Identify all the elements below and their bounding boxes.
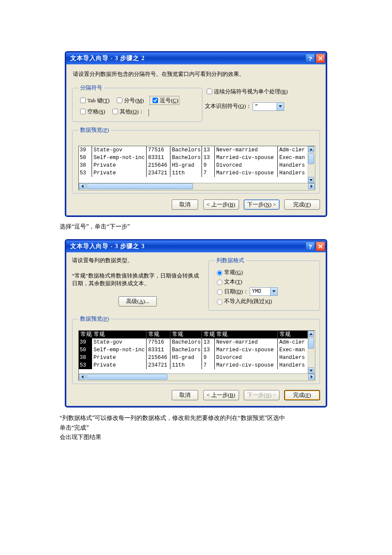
scroll-up-icon[interactable] bbox=[308, 331, 314, 337]
preview-group-step3: 数据预览(P) 常规 常规 常规 bbox=[72, 315, 320, 384]
wizard-step3-dialog: 文本导入向导 - 3 步骤之 3 ? 请设置每列的数据类型。 “常规”数据格式将… bbox=[65, 239, 327, 408]
close-button[interactable] bbox=[316, 242, 325, 251]
instruction-text: 请设置分列数据所包含的分隔符号。在预览窗口内可看到分列的效果。 bbox=[73, 70, 319, 78]
tab-check-input[interactable] bbox=[80, 98, 86, 103]
preview-group-step2: 数据预览(P) 39State-gov 77516Bachelors bbox=[72, 126, 320, 194]
table-header-row: 常规 常规 常规 常规 常规 常规 常规 bbox=[79, 331, 315, 338]
scroll-up-icon[interactable] bbox=[308, 146, 314, 152]
close-button[interactable] bbox=[316, 54, 325, 63]
title-text-step2: 文本导入向导 - 3 步骤之 2 bbox=[70, 55, 305, 62]
preview-table: 39State-gov 77516Bachelors 13Never-marri… bbox=[79, 146, 315, 177]
scroll-thumb-h[interactable] bbox=[86, 183, 193, 189]
column-format-legend: 列数据格式 bbox=[215, 257, 246, 264]
button-row-step3: 取消 < 上一步(B) 下一步(N) > 完成(F) bbox=[72, 390, 320, 400]
comma-checkbox[interactable]: 逗号(C) bbox=[150, 96, 179, 105]
table-row: 39State-gov 77516Bachelors 13Never-marri… bbox=[79, 146, 315, 154]
chevron-down-icon bbox=[279, 105, 282, 107]
other-check-input[interactable] bbox=[112, 109, 118, 114]
space-check-input[interactable] bbox=[80, 109, 86, 114]
left-panel: 请设置每列的数据类型。 “常规”数据格式将数值转换成数字，日期值会转换成日期，其… bbox=[72, 257, 200, 311]
treat-consecutive-checkbox[interactable]: 连续分隔符号视为单个处理(R) bbox=[205, 87, 288, 95]
back-button[interactable]: < 上一步(B) bbox=[203, 390, 239, 400]
table-row: 50Self-emp-not-inc 83311Bachelors 13Marr… bbox=[79, 346, 315, 354]
document-page: 文本导入向导 - 3 步骤之 2 ? 请设置分列数据所包含的分隔符号。在预览窗口… bbox=[0, 0, 392, 555]
delimiter-options: 连续分隔符号视为单个处理(R) 文本识别符号(Q)： " bbox=[205, 84, 320, 126]
text-qualifier-combo[interactable]: " bbox=[253, 102, 284, 111]
other-checkbox[interactable]: 其他(O)： bbox=[111, 107, 144, 116]
instruction-text: 请设置每列的数据类型。 bbox=[72, 257, 200, 264]
button-row-step2: 取消 < 上一步(B) 下一步(N) > 完成(F) bbox=[72, 199, 320, 210]
advanced-button[interactable]: 高级(A)... bbox=[118, 296, 157, 306]
footer-line3: 会出现下图结果 bbox=[60, 433, 332, 442]
column-format-group: 列数据格式 常规(G) 文本(T) 日期(D)： YMD bbox=[208, 257, 320, 311]
finish-button[interactable]: 完成(F) bbox=[284, 390, 320, 400]
next-button-disabled: 下一步(N) > bbox=[244, 390, 280, 400]
semicolon-checkbox[interactable]: 分号(M) bbox=[115, 96, 144, 104]
finish-button[interactable]: 完成(F) bbox=[284, 199, 320, 210]
comma-check-input[interactable] bbox=[153, 98, 158, 103]
next-button[interactable]: 下一步(N) > bbox=[244, 199, 280, 210]
delimiters-group: 分隔符号 Tab 键(T) 分号(M) 逗号(C) bbox=[72, 84, 202, 122]
general-radio[interactable]: 常规(G) bbox=[215, 269, 315, 276]
titlebar-step3: 文本导入向导 - 3 步骤之 3 ? bbox=[66, 240, 326, 252]
data-preview-step3[interactable]: 常规 常规 常规 常规 常规 常规 常规 39State-gov bbox=[78, 330, 315, 374]
table-row: 39State-gov 77516Bachelors 13Never-marri… bbox=[79, 338, 315, 346]
cancel-button[interactable]: 取消 bbox=[172, 390, 198, 400]
chevron-down-icon bbox=[272, 290, 276, 292]
delimiters-legend: 分隔符号 bbox=[78, 84, 104, 92]
data-preview-step2[interactable]: 39State-gov 77516Bachelors 13Never-marri… bbox=[78, 146, 315, 183]
format-note: “常规”数据格式将数值转换成数字，日期值会转换成日期，其余数据则转换成文本。 bbox=[72, 272, 200, 287]
general-radio-input[interactable] bbox=[217, 270, 222, 276]
caption-step2: 选择“逗号”，单击“下一步” bbox=[60, 222, 332, 231]
treat-consec-input[interactable] bbox=[207, 89, 212, 94]
date-format-combo[interactable]: YMD bbox=[250, 287, 278, 296]
text-qualifier-row: 文本识别符号(Q)： " bbox=[205, 102, 320, 111]
text-radio-input[interactable] bbox=[217, 280, 222, 285]
table-row: 50Self-emp-not-inc 83311Bachelors 13Marr… bbox=[79, 154, 315, 162]
scroll-thumb[interactable] bbox=[308, 153, 314, 164]
other-delim-input[interactable] bbox=[148, 109, 149, 116]
table-row: 53Private 23472111th 7Married-civ-spouse… bbox=[79, 361, 315, 369]
preview-legend: 数据预览(P) bbox=[78, 315, 111, 323]
text-radio[interactable]: 文本(T) bbox=[215, 278, 315, 286]
wizard-step2-dialog: 文本导入向导 - 3 步骤之 2 ? 请设置分列数据所包含的分隔符号。在预览窗口… bbox=[65, 51, 327, 217]
footer-caption: “列数据格式”可以修改每一列的数据格式，修改前先把要修改的列在“数据预览”区选中… bbox=[60, 413, 332, 442]
dialog-body: 请设置每列的数据类型。 “常规”数据格式将数值转换成数字，日期值会转换成日期，其… bbox=[66, 252, 326, 406]
back-button[interactable]: < 上一步(B) bbox=[203, 199, 239, 210]
horizontal-scrollbar[interactable] bbox=[78, 374, 315, 381]
preview-legend: 数据预览(P) bbox=[78, 126, 111, 134]
scroll-thumb[interactable] bbox=[308, 338, 314, 349]
vertical-scrollbar[interactable] bbox=[308, 331, 315, 373]
date-radio-input[interactable] bbox=[217, 289, 222, 295]
scroll-down-icon[interactable] bbox=[308, 367, 314, 373]
space-checkbox[interactable]: 空格(S) bbox=[78, 107, 105, 116]
horizontal-scrollbar[interactable] bbox=[78, 183, 315, 191]
scroll-down-icon[interactable] bbox=[308, 177, 314, 183]
footer-line2: 单击“完成” bbox=[60, 423, 332, 433]
footer-line1: “列数据格式”可以修改每一列的数据格式，修改前先把要修改的列在“数据预览”区选中 bbox=[60, 413, 332, 423]
vertical-scrollbar[interactable] bbox=[308, 146, 315, 183]
scroll-right-icon[interactable] bbox=[308, 183, 315, 189]
date-radio[interactable]: 日期(D)： YMD bbox=[215, 287, 315, 296]
preview-table: 常规 常规 常规 常规 常规 常规 常规 39State-gov bbox=[79, 331, 315, 369]
dialog-body: 请设置分列数据所包含的分隔符号。在预览窗口内可看到分列的效果。 分隔符号 Tab… bbox=[66, 64, 326, 216]
help-button[interactable]: ? bbox=[306, 242, 315, 251]
table-row: 38Private 215646HS-grad 9Divorced Handle… bbox=[79, 162, 315, 169]
scroll-thumb-h[interactable] bbox=[86, 374, 167, 380]
scroll-left-icon[interactable] bbox=[79, 183, 86, 189]
table-row: 38Private 215646HS-grad 9Divorced Handle… bbox=[79, 354, 315, 361]
semicolon-check-input[interactable] bbox=[117, 98, 122, 103]
titlebar-step2: 文本导入向导 - 3 步骤之 2 ? bbox=[66, 52, 326, 64]
scroll-left-icon[interactable] bbox=[79, 374, 86, 380]
scroll-right-icon[interactable] bbox=[308, 374, 315, 380]
skip-radio[interactable]: 不导入此列(跳过)(I) bbox=[215, 298, 315, 305]
cancel-button[interactable]: 取消 bbox=[172, 199, 198, 210]
skip-radio-input[interactable] bbox=[217, 299, 222, 305]
tab-checkbox[interactable]: Tab 键(T) bbox=[78, 96, 110, 104]
help-button[interactable]: ? bbox=[306, 54, 315, 63]
table-row: 53Private 23472111th 7Married-civ-spouse… bbox=[79, 169, 315, 177]
title-text-step3: 文本导入向导 - 3 步骤之 3 bbox=[70, 243, 305, 250]
